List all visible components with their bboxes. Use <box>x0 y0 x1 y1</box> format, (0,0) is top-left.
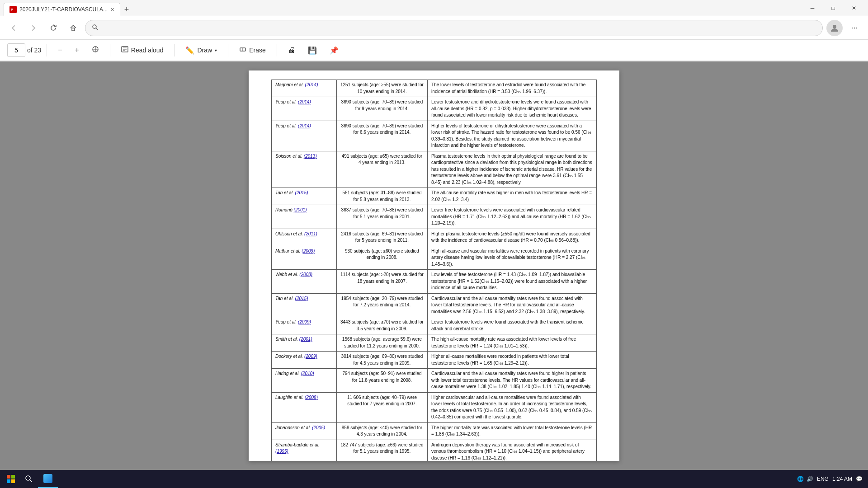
tab-area: P 2020JULY21-T-CARDIOVASCULA... ✕ + <box>4 0 133 16</box>
citation-link[interactable]: (2015) <box>295 190 308 195</box>
table-row: Romanò (2001)3637 subjects (age: 70–88) … <box>272 205 597 229</box>
table-row: Tan et al. (2015)581 subjects (age: 31–8… <box>272 188 597 205</box>
more-options-button[interactable]: ··· <box>846 20 863 36</box>
citation-link[interactable]: (2014) <box>298 123 311 128</box>
print-icon: 🖨 <box>288 46 295 54</box>
citation-link[interactable]: (2009) <box>304 354 317 359</box>
citation-link[interactable]: (2001) <box>294 207 307 212</box>
time-display: 1:24 AM <box>832 476 852 482</box>
maximize-button[interactable]: □ <box>823 0 844 16</box>
svg-rect-17 <box>7 479 10 483</box>
subjects-cell: 3690 subjects (age: 70–89) were studied … <box>336 121 427 151</box>
citation-link[interactable]: (2001) <box>299 337 312 342</box>
citation-link[interactable]: (2008) <box>305 395 318 400</box>
subjects-cell: 3443 subjects (age: ≥70) were studied fo… <box>336 317 427 334</box>
findings-cell: Lower testosterone and dihydrotestostero… <box>428 97 597 121</box>
back-button[interactable] <box>5 20 22 36</box>
zoom-out-button[interactable]: − <box>52 43 67 57</box>
home-button[interactable] <box>65 20 81 36</box>
citation-link[interactable]: (2014) <box>298 99 311 104</box>
taskbar: 🌐 🔊 ENG 1:24 AM 💬 <box>0 470 868 488</box>
subjects-cell: 1568 subjects (age: average 59.6) were s… <box>336 334 427 352</box>
findings-cell: The all-cause mortality rate was higher … <box>428 188 597 205</box>
fit-page-button[interactable] <box>86 43 104 57</box>
citation-link[interactable]: (2005) <box>312 425 325 430</box>
subjects-cell: 581 subjects (age: 31–88) were studied f… <box>336 188 427 205</box>
tab-close-button[interactable]: ✕ <box>110 7 114 13</box>
erase-button[interactable]: Erase <box>234 43 271 57</box>
subjects-cell: 930 subjects (age: ≤60) were studied end… <box>336 246 427 270</box>
author-cell: Johannsson et al. (2005) <box>272 422 337 440</box>
address-bar[interactable] <box>85 20 823 36</box>
findings-cell: Low levels of free testosterone (HR = 1.… <box>428 270 597 294</box>
svg-rect-2 <box>72 28 75 31</box>
findings-cell: Cardiovascular and the all-cause mortali… <box>428 293 597 317</box>
subjects-cell: 1251 subjects (age: ≥55) were studied fo… <box>336 80 427 97</box>
findings-cell: Plasma testosterone levels in their opti… <box>428 151 597 188</box>
pdf-tab-icon: P <box>9 6 17 13</box>
separator-3 <box>174 44 175 56</box>
author-cell: Mathur et al. (2009) <box>272 246 337 270</box>
author-cell: Smith et al. (2001) <box>272 334 337 352</box>
close-button[interactable]: ✕ <box>844 0 864 16</box>
taskbar-edge-item[interactable] <box>38 470 58 488</box>
zoom-in-button[interactable]: + <box>69 43 84 57</box>
author-cell: Haring et al. (2010) <box>272 369 337 393</box>
subjects-cell: 3014 subjects (age: 69–80) were studied … <box>336 352 427 369</box>
notification-icon[interactable]: 💬 <box>856 476 863 482</box>
start-button[interactable] <box>2 470 20 488</box>
zoom-out-icon: − <box>58 46 62 54</box>
citation-link[interactable]: (2013) <box>304 154 317 159</box>
new-tab-button[interactable]: + <box>120 4 133 16</box>
findings-cell: Higher cardiovascular and all-cause mort… <box>428 392 597 422</box>
save-button[interactable]: 💾 <box>302 43 322 57</box>
draw-icon: ✏️ <box>185 46 194 55</box>
pin-button[interactable]: 📌 <box>324 43 344 57</box>
table-row: Stramba-badiale et al. (1995)182 747 sub… <box>272 440 597 461</box>
citation-link[interactable]: (2008) <box>299 272 312 277</box>
citation-link[interactable]: (2011) <box>304 231 317 236</box>
print-button[interactable]: 🖨 <box>283 43 301 57</box>
table-row: Dockery et al. (2009)3014 subjects (age:… <box>272 352 597 369</box>
pin-icon: 📌 <box>330 46 339 55</box>
zoom-in-icon: + <box>75 46 79 54</box>
subjects-cell: 182 747 subjects (age: ≥66) were studied… <box>336 440 427 461</box>
table-row: Soisson et al. (2013)491 subjects (age: … <box>272 151 597 188</box>
active-tab[interactable]: P 2020JULY21-T-CARDIOVASCULA... ✕ <box>4 3 120 16</box>
findings-cell: Lower testosterone levels were found ass… <box>428 317 597 334</box>
author-cell: Magnani et al. (2014) <box>272 80 337 97</box>
minimize-button[interactable]: ─ <box>802 0 823 16</box>
taskbar-search-button[interactable] <box>20 470 38 488</box>
immersive-reader-button[interactable]: Read aloud <box>116 43 169 57</box>
separator-5 <box>277 44 277 56</box>
subjects-cell: 794 subjects (age: 50–91) were studied f… <box>336 369 427 393</box>
author-cell: Webb et al. (2008) <box>272 270 337 294</box>
refresh-button[interactable] <box>45 20 61 36</box>
save-icon: 💾 <box>308 46 317 55</box>
profile-button[interactable] <box>826 20 843 36</box>
forward-button[interactable] <box>25 20 42 36</box>
author-cell: Laughlin et al. (2008) <box>272 392 337 422</box>
subjects-cell: 3690 subjects (age: 70–89) were studied … <box>336 97 427 121</box>
research-table: Magnani et al. (2014)1251 subjects (age:… <box>271 80 597 461</box>
citation-link[interactable]: (1995) <box>275 449 288 454</box>
subjects-cell: 2416 subjects (age: 69–81) were studied … <box>336 229 427 246</box>
subjects-cell: 1114 subjects (age: ≥20) were studied fo… <box>336 270 427 294</box>
page-number-input[interactable] <box>7 43 25 57</box>
citation-link[interactable]: (2010) <box>301 371 314 376</box>
system-icons: 🌐 🔊 <box>797 476 813 482</box>
draw-button[interactable]: ✏️ Draw ▾ <box>180 43 222 57</box>
citation-link[interactable]: (2009) <box>298 319 311 324</box>
draw-chevron-icon[interactable]: ▾ <box>215 48 217 53</box>
table-row: Mathur et al. (2009)930 subjects (age: ≤… <box>272 246 597 270</box>
fit-page-icon <box>92 46 99 55</box>
table-row: Yeap et al. (2014)3690 subjects (age: 70… <box>272 121 597 151</box>
citation-link[interactable]: (2009) <box>302 249 315 253</box>
citation-link[interactable]: (2015) <box>295 296 308 301</box>
author-cell: Romanò (2001) <box>272 205 337 229</box>
citation-link[interactable]: (2014) <box>305 82 318 87</box>
clock: 1:24 AM <box>832 476 852 482</box>
table-row: Smith et al. (2001)1568 subjects (age: a… <box>272 334 597 352</box>
author-cell: Dockery et al. (2009) <box>272 352 337 369</box>
svg-rect-16 <box>11 475 15 479</box>
